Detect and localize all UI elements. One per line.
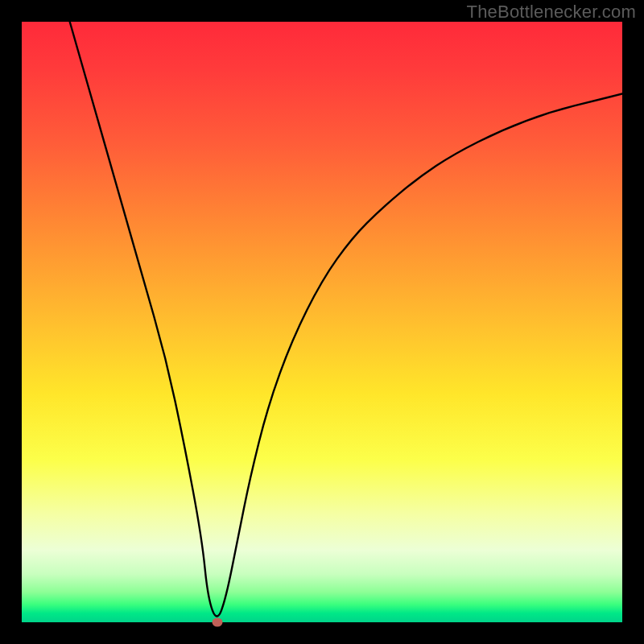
watermark-text: TheBottlenecker.com: [467, 2, 636, 23]
chart-frame: TheBottlenecker.com: [0, 0, 644, 644]
minimum-marker: [212, 618, 222, 627]
plot-area: [22, 22, 622, 622]
bottleneck-curve: [22, 22, 622, 622]
curve-path: [70, 22, 622, 617]
